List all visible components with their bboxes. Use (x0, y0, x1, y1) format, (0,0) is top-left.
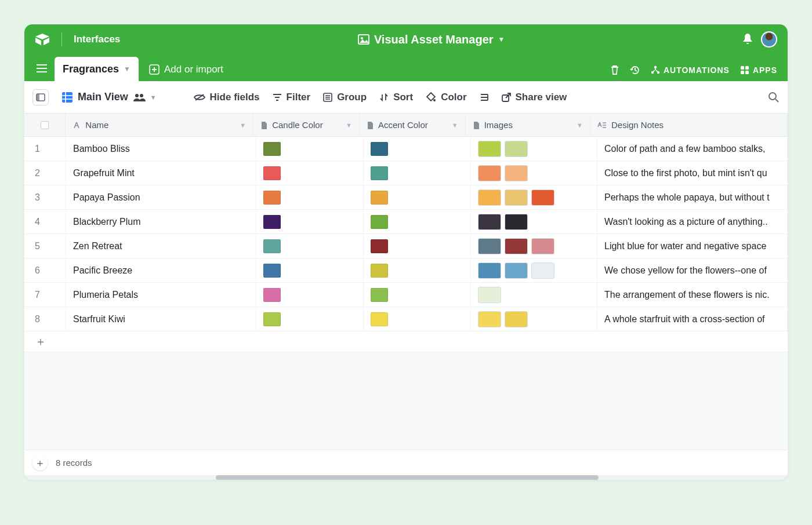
table-row[interactable]: 8 Starfruit Kiwi A whole starfruit with … (24, 307, 788, 331)
column-header-images[interactable]: Images ▼ (466, 114, 590, 136)
table-row[interactable]: 4 Blackberry Plum Wasn't looking as a pi… (24, 210, 788, 234)
toggle-sidebar-button[interactable] (32, 89, 49, 105)
cell-candle-color[interactable] (256, 307, 364, 331)
image-thumbnail[interactable] (478, 311, 501, 327)
base-title[interactable]: Visual Asset Manager ▼ (128, 33, 734, 46)
table-row[interactable]: 6 Pacific Breeze We chose yellow for the… (24, 258, 788, 283)
cell-design-notes[interactable]: The arrangement of these flowers is nic. (597, 283, 788, 307)
cell-images[interactable] (471, 307, 597, 331)
image-thumbnail[interactable] (478, 141, 501, 157)
image-thumbnail[interactable] (531, 238, 554, 254)
cell-images[interactable] (471, 210, 597, 234)
history-icon[interactable] (630, 65, 640, 75)
chevron-down-icon[interactable]: ▼ (240, 122, 246, 129)
tab-fragrances[interactable]: Fragrances ▼ (55, 57, 139, 81)
table-row[interactable]: 5 Zen Retreat Light blue for water and n… (24, 234, 788, 258)
cell-name[interactable]: Grapefruit Mint (66, 161, 256, 185)
image-thumbnail[interactable] (531, 262, 554, 279)
cell-candle-color[interactable] (256, 161, 364, 185)
image-thumbnail[interactable] (505, 311, 528, 327)
table-row[interactable]: 2 Grapefruit Mint Close to the first pho… (24, 161, 788, 185)
chevron-down-icon[interactable]: ▼ (346, 122, 352, 129)
add-or-import-button[interactable]: Add or import (149, 64, 223, 75)
cell-name[interactable]: Zen Retreat (66, 234, 256, 258)
cell-accent-color[interactable] (364, 258, 471, 282)
bell-icon[interactable] (742, 34, 753, 45)
image-thumbnail[interactable] (505, 141, 528, 157)
cell-candle-color[interactable] (256, 258, 364, 282)
column-header-design-notes[interactable]: Design Notes (590, 114, 788, 136)
image-thumbnail[interactable] (531, 189, 554, 206)
cell-accent-color[interactable] (364, 161, 471, 185)
image-thumbnail[interactable] (505, 214, 528, 230)
apps-button[interactable]: APPS (740, 65, 777, 75)
color-button[interactable]: Color (426, 92, 466, 103)
filter-button[interactable]: Filter (273, 92, 311, 103)
image-thumbnail[interactable] (505, 262, 528, 279)
cell-name[interactable]: Pacific Breeze (66, 258, 256, 282)
hide-fields-button[interactable]: Hide fields (194, 92, 260, 103)
column-header-name[interactable]: Name ▼ (66, 114, 253, 136)
cell-images[interactable] (471, 283, 597, 307)
cell-candle-color[interactable] (256, 185, 364, 209)
hamburger-icon[interactable] (35, 61, 49, 75)
column-header-candle-color[interactable]: Candle Color ▼ (253, 114, 360, 136)
search-button[interactable] (768, 92, 780, 103)
image-thumbnail[interactable] (478, 238, 501, 254)
cell-design-notes[interactable]: A whole starfruit with a cross-section o… (597, 307, 788, 331)
chevron-down-icon[interactable]: ▼ (452, 122, 458, 129)
cell-accent-color[interactable] (364, 185, 471, 209)
automations-button[interactable]: AUTOMATIONS (651, 65, 730, 75)
cell-accent-color[interactable] (364, 283, 471, 307)
view-switcher[interactable]: Main View ▼ (61, 91, 157, 103)
interfaces-link[interactable]: Interfaces (74, 34, 120, 45)
checkbox[interactable] (41, 121, 49, 129)
sort-button[interactable]: Sort (379, 92, 413, 103)
cell-images[interactable] (471, 161, 597, 185)
image-thumbnail[interactable] (478, 165, 501, 181)
logo-icon[interactable] (35, 33, 50, 46)
cell-images[interactable] (471, 234, 597, 258)
image-thumbnail[interactable] (505, 165, 528, 181)
user-avatar[interactable] (761, 31, 777, 48)
cell-design-notes[interactable]: Color of path and a few bamboo stalks, (597, 137, 788, 161)
cell-candle-color[interactable] (256, 283, 364, 307)
cell-images[interactable] (471, 258, 597, 282)
table-row[interactable]: 3 Papaya Passion Perhaps the whole papay… (24, 185, 788, 210)
add-record-fab[interactable]: ＋ (32, 455, 48, 471)
add-row-button[interactable]: ＋ (24, 331, 788, 352)
scrollbar-thumb[interactable] (216, 475, 599, 480)
chevron-down-icon[interactable]: ▼ (577, 122, 583, 129)
image-thumbnail[interactable] (478, 287, 501, 303)
cell-accent-color[interactable] (364, 210, 471, 234)
cell-accent-color[interactable] (364, 307, 471, 331)
group-button[interactable]: Group (323, 92, 367, 103)
image-thumbnail[interactable] (478, 189, 501, 206)
cell-design-notes[interactable]: Wasn't looking as a picture of anything.… (597, 210, 788, 234)
cell-candle-color[interactable] (256, 137, 364, 161)
cell-name[interactable]: Starfruit Kiwi (66, 307, 256, 331)
cell-accent-color[interactable] (364, 137, 471, 161)
cell-design-notes[interactable]: Close to the first photo, but mint isn't… (597, 161, 788, 185)
share-view-button[interactable]: Share view (502, 92, 567, 103)
image-thumbnail[interactable] (478, 214, 501, 230)
cell-design-notes[interactable]: Light blue for water and negative space (597, 234, 788, 258)
cell-candle-color[interactable] (256, 210, 364, 234)
cell-name[interactable]: Bamboo Bliss (66, 137, 256, 161)
row-height-button[interactable] (480, 93, 489, 102)
trash-icon[interactable] (610, 65, 619, 75)
cell-name[interactable]: Papaya Passion (66, 185, 256, 209)
cell-accent-color[interactable] (364, 234, 471, 258)
horizontal-scrollbar[interactable] (24, 475, 788, 480)
cell-images[interactable] (471, 137, 597, 161)
select-all-header[interactable] (24, 114, 66, 136)
image-thumbnail[interactable] (505, 189, 528, 206)
table-row[interactable]: 1 Bamboo Bliss Color of path and a few b… (24, 137, 788, 161)
column-header-accent-color[interactable]: Accent Color ▼ (360, 114, 466, 136)
cell-design-notes[interactable]: Perhaps the whole papaya, but without t (597, 185, 788, 209)
cell-name[interactable]: Blackberry Plum (66, 210, 256, 234)
table-row[interactable]: 7 Plumeria Petals The arrangement of the… (24, 283, 788, 307)
cell-design-notes[interactable]: We chose yellow for the flowers--one of (597, 258, 788, 282)
image-thumbnail[interactable] (478, 262, 501, 279)
cell-candle-color[interactable] (256, 234, 364, 258)
